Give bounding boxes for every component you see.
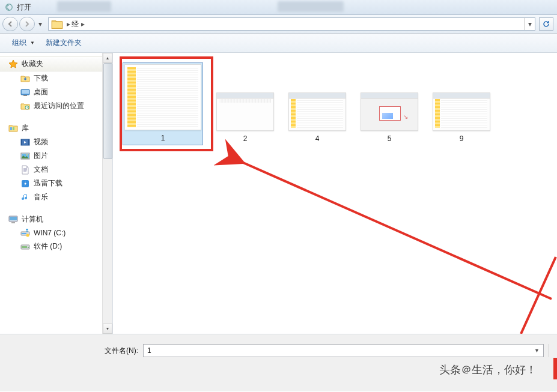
svg-rect-2	[22, 90, 29, 94]
tree-label: 迅雷下载	[34, 178, 62, 188]
sidebar-scrollbar[interactable]: ▴ ▾	[102, 53, 112, 334]
sidebar-item-recent[interactable]: 最近访问的位置	[0, 99, 103, 113]
libraries-header[interactable]: 库	[0, 121, 103, 135]
documents-icon	[20, 165, 30, 175]
svg-rect-23	[22, 246, 27, 248]
nav-history-dropdown[interactable]: ▾	[36, 17, 44, 31]
svg-point-24	[28, 247, 29, 248]
tree-label: 计算机	[22, 214, 43, 225]
annotation-box	[553, 358, 557, 379]
dropdown-arrow-icon[interactable]: ▼	[534, 348, 540, 354]
nav-bar: ▾ ▸ 经 ▸ ▾	[0, 15, 557, 34]
new-folder-button[interactable]: 新建文件夹	[41, 36, 87, 50]
file-thumbnail	[433, 92, 490, 131]
sidebar-item-pictures[interactable]: 图片	[0, 149, 103, 163]
downloads-icon	[20, 74, 30, 83]
favorites-group: 收藏夹 下载 桌面 最近访问的位置	[0, 56, 103, 113]
tree-label: 音乐	[34, 192, 48, 202]
pictures-icon	[20, 151, 30, 161]
drive-icon	[20, 242, 30, 252]
blurred-region	[278, 1, 344, 12]
annotation-arrow	[227, 149, 557, 307]
app-icon	[5, 3, 13, 11]
computer-group: 计算机 WIN7 (C:) 软件 (D:)	[0, 213, 103, 253]
svg-rect-18	[22, 233, 26, 234]
tree-label: 软件 (D:)	[34, 241, 62, 252]
navigation-sidebar: 收藏夹 下载 桌面 最近访问的位置 库	[0, 53, 113, 334]
svg-point-19	[26, 234, 29, 237]
location-bar[interactable]: ▸ 经 ▸ ▾	[48, 17, 535, 31]
breadcrumb-separator-icon[interactable]: ▸	[81, 20, 85, 28]
file-name: 4	[315, 133, 320, 144]
file-item[interactable]: 4	[287, 91, 347, 145]
file-item[interactable]: 9	[431, 91, 492, 145]
file-list-pane[interactable]: 1 2 4 ↘ 5 9	[113, 53, 557, 334]
scroll-up-button[interactable]: ▴	[103, 53, 112, 63]
location-dropdown-button[interactable]: ▾	[524, 18, 535, 30]
file-thumbnail	[124, 64, 201, 130]
file-name: 1	[124, 133, 201, 143]
tree-label: 收藏夹	[22, 59, 43, 69]
tree-label: 桌面	[34, 87, 48, 97]
file-item[interactable]: 1	[123, 62, 203, 145]
thunder-icon	[20, 179, 30, 188]
watermark-text: 头条＠生活，你好！	[439, 363, 537, 377]
scroll-down-button[interactable]: ▾	[103, 324, 112, 334]
svg-point-12	[26, 154, 28, 155]
computer-icon	[8, 215, 18, 225]
file-name: 9	[460, 133, 464, 144]
tree-label: 图片	[34, 151, 48, 161]
sidebar-item-drive-d[interactable]: 软件 (D:)	[0, 240, 103, 253]
svg-rect-6	[13, 127, 14, 130]
dropdown-arrow-icon: ▼	[30, 40, 35, 46]
filename-combobox[interactable]: 1 ▼	[143, 344, 544, 357]
file-item[interactable]: 2	[215, 91, 275, 145]
footer: 文件名(N): 1 ▼ 头条＠生活，你好！	[0, 334, 557, 391]
video-icon	[20, 137, 30, 147]
favorites-header[interactable]: 收藏夹	[0, 56, 103, 71]
sidebar-item-documents[interactable]: 文档	[0, 163, 103, 176]
title-bar: 打开	[0, 0, 557, 15]
folder-icon	[51, 19, 63, 29]
content-area: 收藏夹 下载 桌面 最近访问的位置 库	[0, 53, 557, 334]
svg-line-25	[239, 161, 552, 299]
sidebar-item-videos[interactable]: 视频	[0, 135, 103, 149]
star-icon	[8, 59, 18, 69]
sidebar-item-downloads[interactable]: 下载	[0, 71, 103, 85]
tree-label: 文档	[34, 164, 48, 175]
new-folder-label: 新建文件夹	[46, 38, 82, 48]
music-icon	[20, 193, 30, 202]
svg-rect-9	[28, 139, 29, 145]
annotation-arrow	[515, 257, 557, 334]
toolbar: 组织 ▼ 新建文件夹	[0, 34, 557, 53]
sidebar-item-desktop[interactable]: 桌面	[0, 85, 103, 99]
organize-menu[interactable]: 组织 ▼	[7, 36, 40, 50]
window-title: 打开	[17, 2, 31, 13]
svg-rect-15	[10, 217, 17, 220]
library-icon	[8, 124, 18, 133]
file-name: 5	[388, 133, 392, 144]
sidebar-item-music[interactable]: 音乐	[0, 190, 103, 204]
tree-label: 视频	[34, 137, 48, 147]
filename-value: 1	[147, 346, 151, 355]
sidebar-item-thunder[interactable]: 迅雷下载	[0, 176, 103, 190]
back-button[interactable]	[2, 17, 18, 31]
drive-icon	[20, 228, 30, 238]
file-name: 2	[243, 133, 248, 144]
tree-label: WIN7 (C:)	[34, 229, 65, 237]
scroll-thumb[interactable]	[103, 63, 112, 159]
svg-rect-3	[23, 95, 27, 96]
sidebar-item-drive-c[interactable]: WIN7 (C:)	[0, 226, 103, 240]
cutoff-control	[549, 344, 551, 357]
file-item[interactable]: ↘ 5	[359, 91, 419, 145]
forward-button[interactable]	[19, 17, 35, 31]
svg-rect-16	[11, 222, 15, 223]
breadcrumb-folder[interactable]: 经	[72, 19, 79, 29]
computer-header[interactable]: 计算机	[0, 213, 103, 226]
libraries-group: 库 视频 图片 文档 迅雷下载	[0, 121, 103, 204]
breadcrumb-separator-icon: ▸	[67, 20, 70, 28]
tree-label: 最近访问的位置	[34, 101, 84, 111]
file-thumbnail	[288, 92, 346, 131]
refresh-button[interactable]	[539, 17, 553, 31]
svg-line-26	[521, 257, 556, 334]
